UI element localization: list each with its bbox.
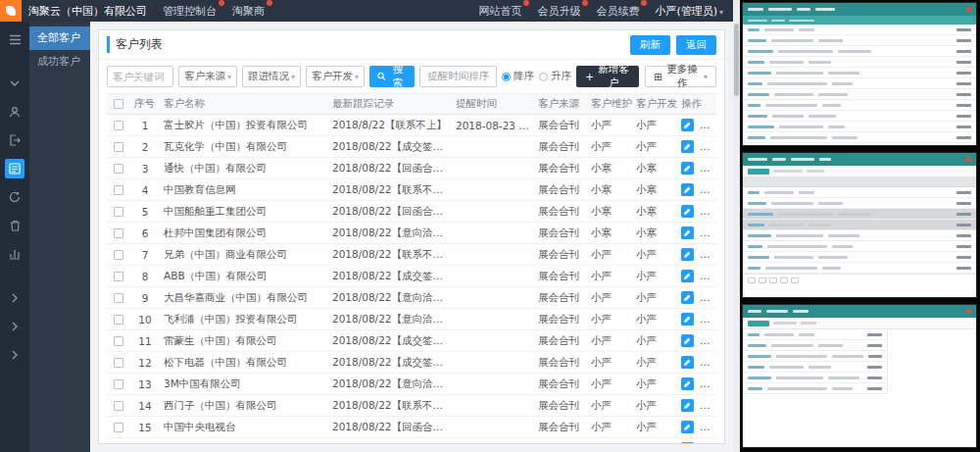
edit-button[interactable] bbox=[681, 270, 694, 282]
edit-button[interactable] bbox=[681, 313, 694, 326]
edit-icon bbox=[681, 119, 694, 131]
table-row: 15中国中央电视台2018/08/22【回函合作】展会合刊小严小严 bbox=[107, 417, 716, 438]
sort-asc-radio[interactable]: 升序 bbox=[539, 70, 571, 83]
row-checkbox[interactable] bbox=[114, 250, 123, 260]
row-number: 8 bbox=[130, 266, 160, 287]
source-select[interactable]: 客户来源▾ bbox=[178, 66, 237, 87]
edit-button[interactable] bbox=[681, 356, 694, 369]
chevron-down-icon[interactable] bbox=[5, 74, 24, 93]
thumbnail-rows bbox=[743, 187, 976, 274]
edit-button[interactable] bbox=[681, 399, 694, 412]
refresh-icon[interactable] bbox=[5, 187, 24, 207]
remind-time bbox=[452, 266, 534, 287]
refresh-button[interactable]: 刷新 bbox=[630, 35, 670, 55]
user-icon[interactable] bbox=[5, 102, 24, 122]
link-member-upgrade[interactable]: 会员升级 bbox=[537, 4, 580, 19]
customer-name: 雷蒙生（中国）有限公司 bbox=[160, 330, 328, 352]
row-checkbox[interactable] bbox=[114, 401, 123, 411]
customer-developer: 小寒 bbox=[632, 201, 677, 223]
preview-thumbnail-2[interactable] bbox=[742, 152, 977, 298]
row-checkbox[interactable] bbox=[114, 228, 123, 238]
edit-button[interactable] bbox=[681, 421, 694, 433]
remind-time bbox=[452, 136, 534, 158]
edit-button[interactable] bbox=[681, 183, 694, 196]
select-all-checkbox[interactable] bbox=[114, 99, 123, 109]
link-website-home[interactable]: 网站首页 bbox=[478, 4, 521, 19]
customer-developer: 小严 bbox=[632, 244, 677, 266]
add-customer-button[interactable]: +新增客户 bbox=[576, 66, 639, 87]
customer-developer: 小严 bbox=[632, 287, 677, 309]
row-checkbox[interactable] bbox=[114, 121, 123, 130]
row-checkbox[interactable] bbox=[114, 164, 123, 174]
follow-status-select[interactable]: 跟进情况▾ bbox=[242, 66, 301, 87]
developer-select[interactable]: 客户开发▾ bbox=[306, 66, 365, 87]
latest-record: 2018/08/22【意向洽谈】 bbox=[328, 223, 452, 244]
company-name[interactable]: 淘聚云（中国）有限公司 bbox=[28, 4, 147, 19]
chevron-right-icon[interactable] bbox=[5, 345, 24, 365]
edit-button[interactable] bbox=[681, 162, 694, 175]
scrollbar-thumb[interactable] bbox=[734, 24, 739, 96]
preview-thumbnail-3[interactable] bbox=[742, 304, 977, 448]
edit-icon bbox=[681, 291, 694, 304]
notification-badge bbox=[966, 309, 971, 314]
search-button[interactable]: 搜索 bbox=[369, 66, 415, 87]
chevron-right-icon[interactable] bbox=[5, 317, 24, 336]
customer-source: 展会合刊 bbox=[534, 244, 587, 266]
latest-record: 2018/08/22【意向洽谈】 bbox=[328, 374, 452, 395]
customer-developer: 小严 bbox=[632, 330, 677, 352]
chevron-right-icon[interactable] bbox=[5, 288, 24, 308]
row-checkbox[interactable] bbox=[114, 423, 123, 432]
sidebar-item-success-customers[interactable]: 成功客户 bbox=[29, 50, 90, 74]
row-number: 9 bbox=[130, 287, 160, 309]
row-checkbox[interactable] bbox=[114, 142, 123, 152]
row-checkbox[interactable] bbox=[114, 272, 123, 281]
edit-button[interactable] bbox=[681, 334, 694, 347]
edit-button[interactable] bbox=[681, 140, 694, 153]
row-checkbox[interactable] bbox=[114, 379, 123, 389]
remind-sort-box[interactable]: 提醒时间排序 bbox=[419, 66, 497, 87]
user-menu[interactable]: 小严(管理员)▾ bbox=[655, 4, 723, 19]
hamburger-menu-icon[interactable] bbox=[5, 29, 24, 49]
menu-console-label: 管理控制台 bbox=[163, 5, 217, 18]
row-checkbox[interactable] bbox=[114, 315, 123, 325]
trash-icon[interactable] bbox=[5, 216, 24, 235]
edit-button[interactable] bbox=[681, 442, 694, 443]
row-checkbox[interactable] bbox=[114, 293, 123, 303]
more-actions-button[interactable]: ⊞更多操作▾ bbox=[645, 66, 716, 87]
col-header-source: 客户来源 bbox=[534, 94, 587, 115]
back-button[interactable]: 返回 bbox=[676, 35, 716, 55]
sort-desc-radio[interactable]: 降序 bbox=[502, 70, 534, 83]
app-logo[interactable] bbox=[0, 0, 22, 22]
customer-source: 展会合刊 bbox=[534, 287, 587, 309]
remind-time bbox=[452, 352, 534, 374]
menu-taojushang[interactable]: 淘聚商 bbox=[232, 4, 265, 19]
menu-console[interactable]: 管理控制台 bbox=[163, 4, 217, 19]
edit-button[interactable] bbox=[681, 119, 694, 131]
row-number: 6 bbox=[130, 223, 160, 244]
col-header-remind[interactable]: 提醒时间 bbox=[452, 94, 534, 115]
row-checkbox[interactable] bbox=[114, 207, 123, 217]
table-row: 133M中国有限公司2018/08/22【意向洽谈】展会合刊小严小严 bbox=[107, 374, 716, 395]
keyword-input[interactable] bbox=[107, 66, 173, 87]
chart-icon[interactable] bbox=[5, 244, 24, 264]
customer-developer: 小严 bbox=[632, 417, 677, 438]
edit-button[interactable] bbox=[681, 377, 694, 390]
edit-button[interactable] bbox=[681, 248, 694, 261]
edit-button[interactable] bbox=[681, 205, 694, 218]
row-checkbox[interactable] bbox=[114, 358, 123, 368]
sidebar-item-all-customers[interactable]: 全部客户 bbox=[29, 26, 90, 50]
row-checkbox[interactable] bbox=[114, 185, 123, 195]
customer-keeper: 小严 bbox=[587, 309, 632, 330]
remind-time bbox=[452, 438, 534, 444]
link-member-renew[interactable]: 会员续费 bbox=[596, 4, 639, 19]
edit-button[interactable] bbox=[681, 226, 694, 239]
customer-list-icon[interactable] bbox=[5, 159, 24, 178]
vertical-scrollbar[interactable] bbox=[733, 0, 740, 452]
thumbnail-toolbar bbox=[743, 166, 976, 177]
edit-button[interactable] bbox=[681, 291, 694, 304]
preview-thumbnail-1[interactable] bbox=[742, 2, 977, 146]
row-checkbox[interactable] bbox=[114, 336, 123, 346]
latest-record: 2018/08/22【联系不上】 bbox=[328, 179, 452, 201]
logout-icon[interactable] bbox=[5, 130, 24, 150]
notification-badge bbox=[219, 0, 224, 6]
